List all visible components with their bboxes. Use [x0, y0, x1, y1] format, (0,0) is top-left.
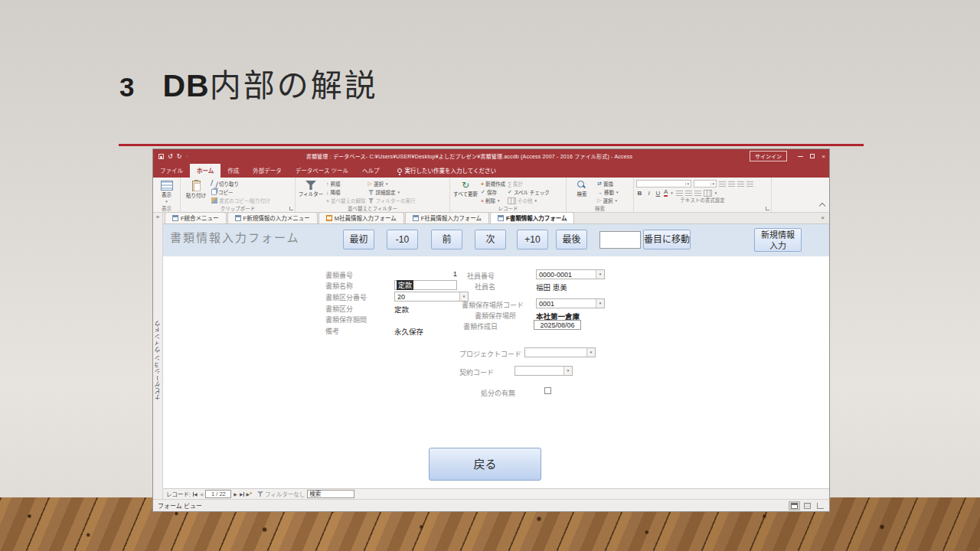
first-record-button[interactable]: 最初 — [343, 230, 374, 249]
first-record-icon[interactable]: ◀ — [193, 491, 198, 497]
tab-create[interactable]: 作成 — [220, 164, 246, 178]
signin-button[interactable]: サインイン — [750, 151, 787, 161]
spelling-button[interactable]: ✓スペル チェック — [508, 188, 550, 196]
remove-sort-button[interactable]: ×並べ替えの解除 — [326, 197, 366, 204]
goto-button[interactable]: →移動▼ — [597, 188, 619, 196]
next-record-button[interactable]: 次 — [475, 230, 506, 249]
undo-icon[interactable]: ↺ — [168, 153, 173, 160]
find-button[interactable]: 検索 — [569, 179, 595, 205]
tab-help[interactable]: ヘルプ — [355, 164, 387, 178]
plus-10-button[interactable]: +10 — [517, 230, 548, 249]
project-code-combobox[interactable]: ▼ — [524, 347, 596, 357]
selection-button[interactable]: ▷選択▼ — [368, 180, 416, 187]
font-size-combobox[interactable]: ▼ — [694, 180, 717, 187]
close-document-icon[interactable]: × — [821, 214, 825, 221]
record-position-box[interactable]: 1 / 22 — [205, 490, 231, 498]
totals-button[interactable]: ∑集計 — [508, 180, 550, 187]
design-view-button[interactable] — [815, 501, 826, 510]
minimize-button[interactable] — [795, 153, 806, 160]
bold-button[interactable]: B — [636, 190, 643, 197]
select-dropdown-icon: ▼ — [614, 199, 617, 203]
format-painter-button[interactable]: 書式のコピー/貼り付け — [211, 197, 270, 204]
gridlines-dropdown-icon[interactable]: ▼ — [714, 191, 717, 195]
numbered-list-icon[interactable] — [728, 181, 735, 187]
font-color-dropdown-icon[interactable]: ▼ — [670, 191, 673, 195]
increase-indent-icon[interactable] — [746, 181, 753, 187]
new-blank-record-icon[interactable]: ▶* — [247, 491, 252, 497]
goto-record-input[interactable] — [599, 231, 641, 249]
new-entry-button[interactable]: 新規情報 入力 — [754, 228, 802, 252]
font-name-dropdown-icon: ▼ — [685, 182, 691, 186]
maximize-button[interactable] — [806, 153, 818, 160]
doc-name-selected-text: 定款 — [397, 280, 413, 290]
back-button[interactable]: 戻る — [429, 448, 541, 481]
doc-tab-f-new-info-menu[interactable]: F新規情報の入力メニュー — [227, 212, 318, 223]
record-search-input[interactable] — [307, 490, 354, 498]
doc-tab-f-employee-form[interactable]: F社員情報入力フォーム — [405, 212, 489, 223]
next-record-icon[interactable]: ▶ — [234, 491, 237, 497]
select-button[interactable]: ▷選択▼ — [597, 197, 619, 204]
decrease-indent-icon[interactable] — [737, 181, 744, 187]
employee-number-combobox[interactable]: 0000-0001 ▼ — [536, 269, 605, 279]
collapse-ribbon-icon[interactable] — [819, 203, 825, 209]
align-left-icon[interactable] — [676, 191, 683, 196]
doc-category-number-combobox[interactable]: 20 ▼ — [394, 292, 469, 302]
redo-icon[interactable]: ↻ — [177, 153, 182, 160]
refresh-all-button[interactable]: ↻ すべて更新 — [452, 179, 479, 205]
new-record-button[interactable]: +新規作成 — [481, 180, 505, 187]
previous-record-icon[interactable]: ◀ — [200, 491, 204, 497]
doc-name-input[interactable]: 定款 — [394, 280, 457, 290]
replace-button[interactable]: ⇄置換 — [597, 180, 619, 187]
last-record-button[interactable]: 最後 — [556, 230, 587, 249]
close-button[interactable]: × — [818, 153, 829, 160]
font-name-combobox[interactable]: ▼ — [636, 180, 691, 187]
underline-button[interactable]: U — [655, 190, 662, 197]
align-center-icon[interactable] — [685, 191, 692, 196]
previous-record-button[interactable]: 前 — [431, 230, 462, 249]
save-icon[interactable] — [158, 154, 164, 159]
tab-home[interactable]: ホーム — [190, 164, 220, 178]
sort-descending-button[interactable]: ↓降順 — [326, 188, 366, 196]
filter-button[interactable]: フィルター — [298, 179, 324, 205]
toggle-filter-button[interactable]: フィルターの実行 — [368, 197, 416, 204]
storage-location-code-combobox[interactable]: 0001 ▼ — [536, 298, 605, 308]
align-right-icon[interactable] — [694, 191, 701, 196]
font-color-button[interactable]: A — [664, 189, 668, 197]
goto-record-button[interactable]: 番目に移動 — [643, 230, 691, 249]
advanced-button[interactable]: 詳細設定▼ — [368, 188, 416, 196]
copy-icon — [211, 189, 217, 195]
doc-tab-f-main-menu[interactable]: F総合メニュー — [165, 212, 227, 223]
paste-button[interactable]: 貼り付け — [183, 179, 209, 205]
created-date-input[interactable]: 2025/08/06 — [534, 320, 581, 330]
tell-me-box[interactable]: 実行したい作業を入力してください — [397, 166, 497, 178]
doc-tab-f-document-form[interactable]: F書類情報入力フォーム — [490, 212, 574, 223]
gridlines-icon[interactable] — [704, 190, 712, 197]
contract-code-combobox[interactable]: ▼ — [514, 366, 573, 376]
delete-record-button[interactable]: ×削除▼ — [481, 197, 505, 204]
minus-10-button[interactable]: -10 — [387, 230, 418, 249]
bullet-list-icon[interactable] — [719, 181, 726, 187]
tab-file[interactable]: ファイル — [153, 164, 190, 178]
disposal-checkbox[interactable] — [544, 387, 551, 394]
expand-nav-pane-icon[interactable]: » — [156, 213, 159, 220]
datasheet-view-button[interactable] — [802, 501, 813, 510]
form-icon — [235, 215, 241, 221]
text-format-dialog-launcher-icon[interactable] — [766, 207, 769, 210]
filter-icon — [305, 181, 316, 190]
filter-status[interactable]: フィルターなし — [257, 490, 305, 498]
sort-ascending-button[interactable]: ↑昇順 — [326, 180, 366, 187]
navigation-pane-collapsed[interactable]: » ナビゲーション ウィンドウ — [153, 213, 163, 499]
doc-tab-m-employee-form[interactable]: M社員情報入力フォーム — [318, 212, 404, 223]
save-record-button[interactable]: ✓保存 — [481, 188, 505, 196]
tab-database-tools[interactable]: データベース ツール — [289, 164, 355, 178]
status-bar: フォーム ビュー — [153, 499, 829, 511]
cut-button[interactable]: 切り取り — [211, 180, 270, 187]
tab-external-data[interactable]: 外部データ — [246, 164, 289, 178]
italic-button[interactable]: I — [645, 190, 652, 197]
form-view-button[interactable] — [789, 501, 800, 510]
clipboard-dialog-launcher-icon[interactable] — [289, 207, 293, 210]
more-button[interactable]: その他▼ — [508, 197, 550, 204]
view-button[interactable]: 表示 ▼ — [155, 179, 178, 205]
copy-button[interactable]: コピー — [211, 188, 270, 196]
last-record-icon[interactable]: ▶ — [240, 491, 244, 497]
